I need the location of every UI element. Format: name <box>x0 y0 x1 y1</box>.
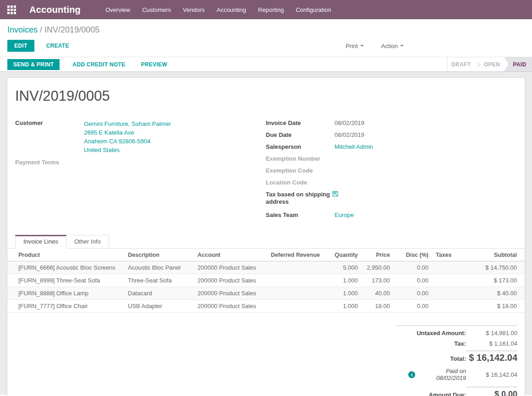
due-date-value: 08/02/2019 <box>335 131 364 139</box>
cell-taxes <box>432 274 461 287</box>
tax-shipping-address-label: Tax based on shipping address <box>266 190 332 206</box>
cell-quantity: 1.000 <box>321 300 362 313</box>
cell-deferred <box>267 300 321 313</box>
cell-description: Three-Seat Sofa <box>124 274 194 287</box>
salesperson-label: Salesperson <box>266 143 335 151</box>
sales-team-label: Sales Team <box>266 211 335 219</box>
app-title[interactable]: Accounting <box>29 5 81 15</box>
cell-subtotal: $ 40.00 <box>461 287 525 300</box>
chevron-down-icon <box>360 45 364 47</box>
status-pipeline: DRAFT OPEN PAID <box>447 57 532 71</box>
nav-item-vendors[interactable]: Vendors <box>183 6 205 13</box>
print-dropdown-label: Print <box>346 43 358 49</box>
invoice-line-row[interactable]: [FURN_7777] Office Chair USB Adapter 200… <box>7 300 525 313</box>
print-dropdown[interactable]: Print <box>343 42 367 50</box>
add-credit-note-button[interactable]: ADD CREDIT NOTE <box>70 61 128 68</box>
cell-quantity: 5.000 <box>321 261 362 274</box>
status-paid[interactable]: PAID <box>504 57 532 71</box>
col-disc: Disc (%) <box>394 249 432 261</box>
invoice-line-row[interactable]: [FURN_8888] Office Lamp Datacard 200000 … <box>7 287 525 300</box>
cell-account: 200000 Product Sales <box>194 287 267 300</box>
action-dropdown[interactable]: Action <box>378 42 406 50</box>
location-code-label: Location Code <box>266 179 335 186</box>
invoice-date-value: 08/02/2019 <box>335 119 364 127</box>
cell-quantity: 1.000 <box>321 287 362 300</box>
col-price: Price <box>362 249 394 261</box>
status-draft[interactable]: DRAFT <box>447 57 475 71</box>
cell-deferred <box>267 274 321 287</box>
untaxed-amount-label: Untaxed Amount: <box>395 330 466 336</box>
salesperson-value-link[interactable]: Mitchell Admin <box>335 143 373 151</box>
action-dropdown-label: Action <box>381 43 398 49</box>
nav-item-overview[interactable]: Overview <box>105 6 130 13</box>
nav-item-customers[interactable]: Customers <box>142 6 171 13</box>
cell-account: 200000 Product Sales <box>194 261 267 274</box>
paid-on-label: Paid on 08/02/2019 <box>415 368 466 381</box>
invoice-line-row[interactable]: [FURN_8999] Three-Seat Sofa Three-Seat S… <box>7 274 525 287</box>
table-header-row: Product Description Account Deferred Rev… <box>7 249 525 261</box>
total-label: Total: <box>395 355 466 362</box>
control-panel: Invoices / INV/2019/0005 EDIT CREATE Pri… <box>0 19 532 57</box>
cell-subtotal: $ 18.00 <box>461 300 525 313</box>
cell-subtotal: $ 14,750.00 <box>461 261 525 274</box>
total-value: $ 16,142.04 <box>466 351 517 363</box>
nav-item-accounting[interactable]: Accounting <box>217 6 246 13</box>
preview-button[interactable]: PREVIEW <box>138 61 170 68</box>
amount-due-value: $ 0.00 <box>466 387 517 396</box>
create-button[interactable]: CREATE <box>44 42 72 49</box>
cell-price: 18.00 <box>362 300 394 313</box>
apps-menu-icon[interactable] <box>7 5 16 14</box>
send-print-button[interactable]: SEND & PRINT <box>7 59 60 70</box>
customer-city-link[interactable]: Anaheim CA 92806-5904 <box>84 137 171 146</box>
cell-disc: 0.00 <box>394 287 432 300</box>
payment-info-icon[interactable]: i <box>408 371 415 378</box>
chevron-right-icon <box>475 62 480 67</box>
payment-terms-label: Payment Terms <box>15 158 84 166</box>
customer-label: Customer <box>15 119 84 154</box>
breadcrumb-invoices-link[interactable]: Invoices <box>7 25 38 34</box>
col-quantity: Quantity <box>321 249 362 261</box>
cell-taxes <box>432 300 461 313</box>
status-open[interactable]: OPEN <box>480 57 505 71</box>
cell-price: 40.00 <box>362 287 394 300</box>
breadcrumb-current: INV/2019/0005 <box>44 25 99 34</box>
cell-product: [FURN_7777] Office Chair <box>7 300 124 313</box>
cell-price: 2,950.00 <box>362 261 394 274</box>
cell-price: 173.00 <box>362 274 394 287</box>
paid-amount-value: $ 16,142.04 <box>466 371 517 378</box>
due-date-label: Due Date <box>266 131 335 139</box>
nav-item-configuration[interactable]: Configuration <box>296 6 331 13</box>
invoice-line-row[interactable]: [FURN_6666] Acoustic Bloc Screens Acoust… <box>7 261 525 274</box>
top-nav: Accounting Overview Customers Vendors Ac… <box>0 0 532 19</box>
cell-description: Datacard <box>124 287 194 300</box>
tab-invoice-lines[interactable]: Invoice Lines <box>15 235 66 249</box>
cell-description: USB Adapter <box>124 300 194 313</box>
col-account: Account <box>194 249 267 261</box>
customer-address: Gemini Furniture, Soham Palmer 2695 E Ka… <box>84 119 171 154</box>
cell-disc: 0.00 <box>394 274 432 287</box>
cell-disc: 0.00 <box>394 261 432 274</box>
cell-deferred <box>267 261 321 274</box>
sales-team-value-link[interactable]: Europe <box>335 211 354 219</box>
exemption-code-label: Exemption Code <box>266 167 335 174</box>
nav-item-reporting[interactable]: Reporting <box>258 6 284 13</box>
tab-other-info[interactable]: Other Info <box>66 235 109 249</box>
customer-street-link[interactable]: 2695 E Katella Ave <box>84 128 171 137</box>
form-view-background: INV/2019/0005 Customer Gemini Furniture,… <box>0 72 532 395</box>
cell-description: Acoustic Bloc Panel <box>124 261 194 274</box>
exemption-number-label: Exemption Number <box>266 155 335 163</box>
statusbar: SEND & PRINT ADD CREDIT NOTE PREVIEW DRA… <box>0 57 532 72</box>
edit-button[interactable]: EDIT <box>7 40 34 52</box>
col-description: Description <box>124 249 194 261</box>
breadcrumb-separator: / <box>40 25 42 34</box>
tax-label: Tax: <box>395 340 466 347</box>
invoice-lines-table: Product Description Account Deferred Rev… <box>7 249 525 313</box>
invoice-sheet: INV/2019/0005 Customer Gemini Furniture,… <box>7 77 525 396</box>
cell-subtotal: $ 173.00 <box>461 274 525 287</box>
col-deferred-revenue: Deferred Revenue <box>267 249 321 261</box>
customer-country-link[interactable]: United States <box>84 146 171 154</box>
tax-shipping-address-checkbox[interactable] <box>332 191 338 197</box>
totals-section: Untaxed Amount: $ 14,981.00 Tax: $ 1,161… <box>395 325 517 396</box>
customer-name-link[interactable]: Gemini Furniture, Soham Palmer <box>84 119 171 128</box>
untaxed-amount-value: $ 14,981.00 <box>466 330 517 336</box>
